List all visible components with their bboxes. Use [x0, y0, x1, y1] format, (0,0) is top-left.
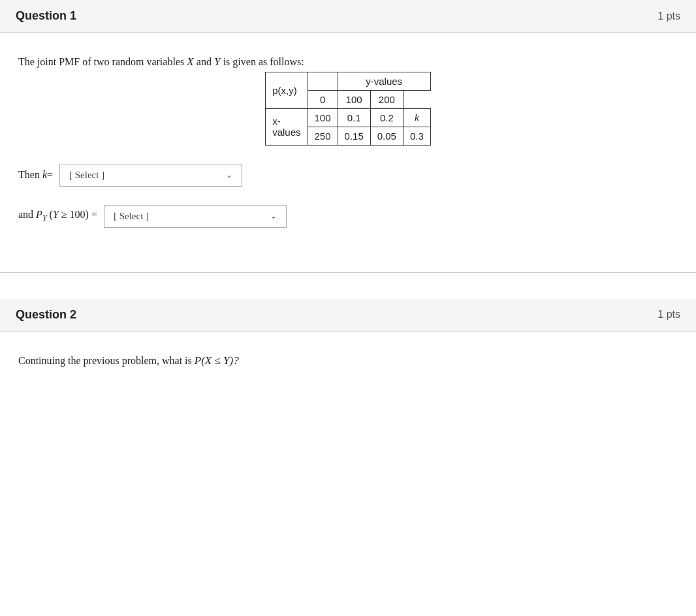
table-row-2: x-values 100 0.1 0.2 k	[266, 108, 431, 127]
k-select-row: Then k= [ Select ] ⌄	[18, 164, 678, 187]
cell-x250: 250	[308, 127, 338, 145]
cell-xvalues-label: x-values	[266, 108, 308, 145]
and-py-label: and PY (Y ≥ 100) =	[18, 209, 97, 223]
then-label: Then k=	[18, 169, 53, 181]
question2-body: Continuing the previous problem, what is…	[0, 331, 696, 410]
question1-body: The joint PMF of two random variables X …	[0, 33, 696, 273]
py-select-row: and PY (Y ≥ 100) = [ Select ] ⌄	[18, 205, 678, 228]
cell-02: 0.2	[370, 108, 403, 127]
cell-015: 0.15	[338, 127, 370, 145]
var-X: X	[187, 55, 197, 68]
cell-y200: 200	[370, 90, 403, 108]
py-chevron-icon: ⌄	[270, 211, 277, 221]
body-text-suffix: is given as follows:	[223, 56, 304, 67]
question1-pts: 1 pts	[657, 10, 680, 22]
py-select-dropdown[interactable]: [ Select ] ⌄	[104, 205, 287, 228]
cell-03: 0.3	[403, 127, 430, 145]
question1-title: Question 1	[16, 9, 76, 23]
question2-title: Question 2	[16, 308, 76, 322]
q2-math-expr: P(X ≤ Y)?	[195, 354, 239, 367]
cell-k: k	[403, 108, 430, 127]
k-select-value: [ Select ]	[69, 170, 104, 181]
cell-blank-top	[308, 72, 338, 90]
py-select-value: [ Select ]	[114, 211, 149, 222]
question2-description: Continuing the previous problem, what is…	[18, 352, 678, 369]
body-text-mid: and	[197, 56, 212, 67]
question2-pts: 1 pts	[657, 309, 680, 320]
cell-x100: 100	[308, 108, 338, 127]
cell-yvalues: y-values	[338, 72, 430, 90]
cell-y100: 100	[338, 90, 370, 108]
q2-body-text: Continuing the previous problem, what is	[18, 355, 192, 366]
k-chevron-icon: ⌄	[226, 170, 232, 180]
question1-description: The joint PMF of two random variables X …	[18, 54, 678, 70]
k-select-dropdown[interactable]: [ Select ] ⌄	[59, 164, 242, 187]
cell-y0: 0	[308, 90, 338, 108]
question1-header: Question 1 1 pts	[0, 0, 696, 33]
cell-01: 0.1	[338, 108, 370, 127]
pmf-table-main: p(x,y) y-values 0 100 200 x-values 100 0…	[265, 72, 431, 146]
pmf-table-wrapper2: p(x,y) y-values 0 100 200 x-values 100 0…	[18, 72, 678, 146]
table-row-0: p(x,y) y-values	[266, 72, 431, 90]
body-text-prefix: The joint PMF of two random variables	[18, 56, 184, 67]
question2-header: Question 2 1 pts	[0, 299, 696, 331]
var-Y: Y	[214, 55, 223, 68]
cell-005: 0.05	[370, 127, 403, 145]
cell-pxy: p(x,y)	[266, 72, 308, 108]
